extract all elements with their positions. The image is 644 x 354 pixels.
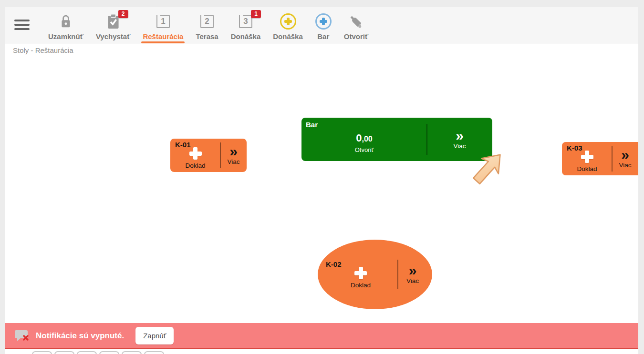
toolbar-item-label: Terasa: [196, 32, 218, 40]
toolbar-item-label: Donáška: [231, 32, 261, 40]
table-k01[interactable]: K-01 Doklad » Viac: [170, 139, 247, 172]
notification-bar: Notifikácie sú vypnuté. Zapnúť: [5, 323, 638, 349]
viac-label: Viac: [619, 162, 631, 169]
area-label: Stoly - Reštaurácia: [13, 46, 73, 54]
toolbar-item-label: Reštaurácia: [143, 32, 183, 40]
table-divider: [397, 260, 398, 289]
table-k03[interactable]: K-03 Doklad » Viac: [562, 142, 638, 175]
plus-icon: [189, 147, 202, 160]
plus-icon: [354, 267, 367, 279]
number-3-icon: 3 1: [239, 13, 252, 30]
enable-notifications-button[interactable]: Zapnúť: [135, 327, 174, 344]
chat-disabled-icon: [14, 329, 30, 343]
table-amount: 0,00: [356, 132, 373, 145]
toolbar-item-lock[interactable]: Uzamknúť: [42, 7, 90, 43]
doklad-label: Doklad: [577, 165, 597, 172]
table-bar-viac-button[interactable]: » Viac: [427, 118, 492, 161]
plus-icon: [581, 151, 593, 163]
cutoff-button[interactable]: [77, 351, 97, 354]
viac-label: Viac: [453, 142, 466, 150]
table-name: K-01: [175, 141, 191, 149]
toolbar-item-new-donaska[interactable]: Donáška: [267, 7, 309, 43]
cutoff-button[interactable]: [32, 351, 52, 354]
double-chevron-icon: »: [229, 145, 238, 158]
toolbar-item-prepare[interactable]: 2 Vychystať: [90, 7, 137, 43]
plus-circle-yellow-icon: [280, 13, 296, 30]
bottle-icon: [349, 13, 363, 30]
toolbar-item-new-bar[interactable]: Bar: [309, 7, 338, 43]
pos-app-window: Uzamknúť 2 Vychystať 1 Reštaurácia: [5, 7, 638, 354]
toolbar-item-label: Uzamknúť: [48, 32, 83, 40]
table-name: K-02: [326, 260, 342, 268]
table-bar[interactable]: Bar 0,00 Otvoriť » Viac: [301, 118, 492, 161]
double-chevron-icon: »: [456, 130, 464, 142]
notification-message: Notifikácie sú vypnuté.: [36, 331, 124, 341]
lock-icon: [60, 13, 72, 30]
cutoff-button[interactable]: [54, 351, 74, 354]
number-2-icon: 2: [200, 13, 214, 30]
table-name: K-03: [567, 144, 582, 152]
cutoff-button[interactable]: [122, 351, 142, 354]
cutoff-button[interactable]: [99, 351, 119, 354]
otvorit-label: Otvoriť: [355, 146, 374, 153]
double-chevron-icon: »: [621, 149, 629, 161]
badge-count: 1: [251, 10, 261, 18]
toolbar-item-label: Donáška: [273, 32, 303, 40]
viac-label: Viac: [227, 158, 239, 165]
toolbar-item-open[interactable]: Otvoriť: [338, 7, 374, 43]
table-k02[interactable]: K-02 Doklad » Viac: [318, 240, 432, 309]
toolbar-item-label: Vychystať: [96, 32, 131, 40]
table-bar-otvorit-button[interactable]: 0,00 Otvoriť: [301, 118, 427, 161]
table-k01-viac-button[interactable]: » Viac: [220, 139, 247, 172]
hamburger-menu-icon[interactable]: [14, 20, 30, 31]
clipboard-check-icon: 2: [107, 13, 120, 30]
cutoff-button[interactable]: [144, 351, 164, 354]
table-k02-doklad-button[interactable]: Doklad: [322, 240, 399, 309]
doklad-label: Doklad: [185, 162, 205, 169]
toolbar-items: Uzamknúť 2 Vychystať 1 Reštaurácia: [42, 7, 374, 43]
top-toolbar: Uzamknúť 2 Vychystať 1 Reštaurácia: [5, 7, 638, 43]
plus-circle-blue-icon: [315, 13, 332, 30]
double-chevron-icon: »: [409, 264, 417, 277]
number-1-icon: 1: [156, 13, 170, 30]
floor-plan-canvas: Stoly - Reštaurácia K-01 Doklad » Viac B…: [5, 43, 638, 354]
doklad-label: Doklad: [351, 282, 371, 289]
viac-label: Viac: [406, 277, 419, 284]
toolbar-item-label: Otvoriť: [344, 32, 368, 40]
table-k03-viac-button[interactable]: » Viac: [612, 142, 638, 175]
toolbar-tab-terasa[interactable]: 2 Terasa: [189, 7, 224, 43]
table-k02-viac-button[interactable]: » Viac: [399, 240, 426, 309]
badge-count: 2: [118, 10, 128, 18]
toolbar-tab-donaska[interactable]: 3 1 Donáška: [225, 7, 267, 43]
toolbar-tab-restauracia[interactable]: 1 Reštaurácia: [136, 7, 189, 43]
toolbar-item-label: Bar: [317, 32, 329, 40]
table-name: Bar: [306, 121, 318, 129]
